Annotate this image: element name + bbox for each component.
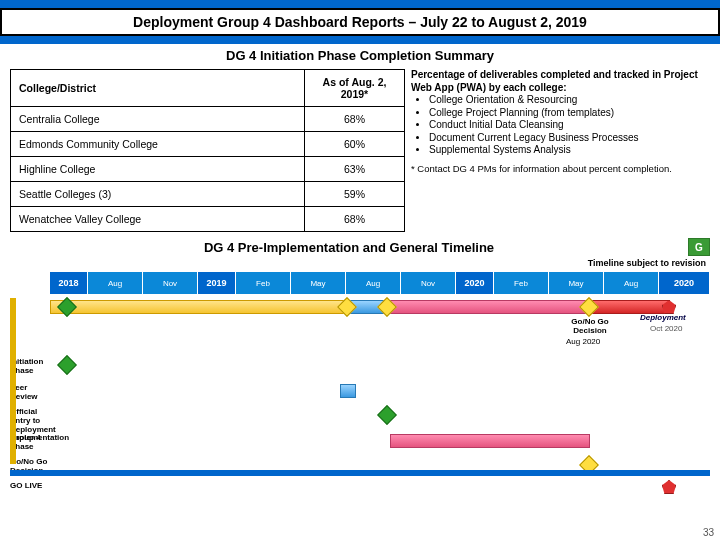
- marker-pentagon-icon: [662, 480, 676, 494]
- bar-blue-small: [340, 384, 356, 398]
- axis-year: 2020: [659, 272, 710, 294]
- list-item: Document Current Legacy Business Process…: [429, 132, 710, 145]
- cell-name: Edmonds Community College: [11, 132, 305, 157]
- timeline-axis: 2018 Aug Nov 2019 Feb May Aug Nov 2020 F…: [50, 272, 710, 294]
- axis-month: Feb: [236, 272, 291, 294]
- axis-month: May: [291, 272, 346, 294]
- page-number: 33: [703, 527, 714, 538]
- cell-name: Centralia College: [11, 107, 305, 132]
- axis-month: Nov: [143, 272, 198, 294]
- cell-pct: 68%: [305, 207, 405, 232]
- th-asof: As of Aug. 2, 2019*: [305, 70, 405, 107]
- th-college: College/District: [11, 70, 305, 107]
- mid-blue-bar: [0, 36, 720, 44]
- ann-gonogo-date: Aug 2020: [566, 338, 600, 347]
- timeline-chart: Timeline subject to revision 2018 Aug No…: [10, 258, 710, 498]
- cell-name: Highline College: [11, 157, 305, 182]
- cell-name: Seattle Colleges (3): [11, 182, 305, 207]
- section1-title: DG 4 Initiation Phase Completion Summary: [0, 44, 720, 69]
- marker-diamond-icon: [377, 405, 397, 425]
- left-gold-bar: [10, 298, 16, 464]
- ann-deploy-date: Oct 2020: [650, 325, 682, 334]
- page-title: Deployment Group 4 Dashboard Reports – J…: [0, 8, 720, 36]
- axis-month: Aug: [88, 272, 143, 294]
- marker-diamond-icon: [57, 355, 77, 375]
- axis-year: 2019: [198, 272, 236, 294]
- status-badge: G: [688, 238, 710, 256]
- bar-pink: [390, 300, 590, 314]
- cell-pct: 68%: [305, 107, 405, 132]
- notes-panel: Percentage of deliverables completed and…: [411, 69, 710, 232]
- axis-month: May: [549, 272, 604, 294]
- cell-pct: 60%: [305, 132, 405, 157]
- bar-red: [590, 300, 670, 314]
- axis-year: 2020: [456, 272, 494, 294]
- section2-title: DG 4 Pre-Implementation and General Time…: [10, 240, 688, 255]
- notes-list: College Orientation & Resourcing College…: [411, 94, 710, 157]
- axis-month: Nov: [401, 272, 456, 294]
- ann-deploy: Deployment: [640, 314, 686, 323]
- top-blue-bar: [0, 0, 720, 8]
- completion-table: College/District As of Aug. 2, 2019* Cen…: [10, 69, 405, 232]
- list-item: Conduct Initial Data Cleansing: [429, 119, 710, 132]
- notes-header: Percentage of deliverables completed and…: [411, 69, 710, 94]
- cell-pct: 59%: [305, 182, 405, 207]
- bar-pink: [390, 434, 590, 448]
- axis-month: Aug: [346, 272, 401, 294]
- row-label: GO LIVE: [10, 482, 48, 491]
- timeline-subtitle: Timeline subject to revision: [588, 258, 706, 268]
- bottom-blue-bar: [10, 470, 710, 476]
- cell-pct: 63%: [305, 157, 405, 182]
- axis-month: Aug: [604, 272, 659, 294]
- list-item: College Orientation & Resourcing: [429, 94, 710, 107]
- section2-header: DG 4 Pre-Implementation and General Time…: [0, 232, 720, 258]
- bar-yellow: [50, 300, 350, 314]
- list-item: College Project Planning (from templates…: [429, 107, 710, 120]
- axis-year: 2018: [50, 272, 88, 294]
- ann-gonogo: Go/No Go Decision: [560, 318, 620, 336]
- axis-month: Feb: [494, 272, 549, 294]
- cell-name: Wenatchee Valley College: [11, 207, 305, 232]
- notes-footnote: * Contact DG 4 PMs for information about…: [411, 163, 710, 175]
- list-item: Supplemental Systems Analysis: [429, 144, 710, 157]
- main-row: College/District As of Aug. 2, 2019* Cen…: [0, 69, 720, 232]
